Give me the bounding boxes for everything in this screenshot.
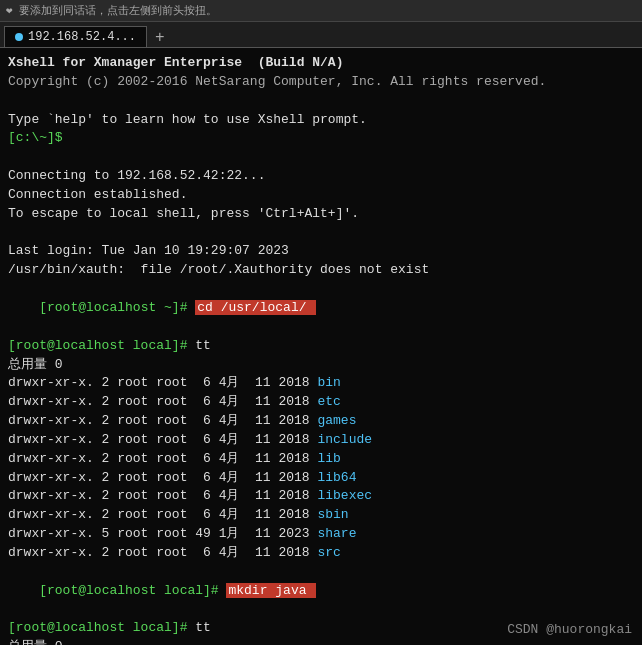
line-cmd-mkdir: [root@localhost local]# mkdir java	[8, 563, 634, 620]
new-tab-button[interactable]: +	[147, 29, 173, 47]
line-xauth: /usr/bin/xauth: file /root/.Xauthority d…	[8, 261, 634, 280]
top-bar: ❤ 要添加到同话话，点击左侧到前头按扭。	[0, 0, 642, 22]
session-tab[interactable]: 192.168.52.4...	[4, 26, 147, 47]
top-bar-hint: ❤ 要添加到同话话，点击左侧到前头按扭。	[6, 3, 636, 18]
line-established: Connection established.	[8, 186, 634, 205]
dir-libexec1: drwxr-xr-x. 2 root root 6 4月 11 2018 lib…	[8, 487, 634, 506]
dir-games1: drwxr-xr-x. 2 root root 6 4月 11 2018 gam…	[8, 412, 634, 431]
line-lastlogin: Last login: Tue Jan 10 19:29:07 2023	[8, 242, 634, 261]
line-blank3	[8, 224, 634, 243]
line-help: Type `help' to learn how to use Xshell p…	[8, 111, 634, 130]
watermark: CSDN @huorongkai	[507, 622, 632, 637]
tab-label: 192.168.52.4...	[28, 30, 136, 44]
dir-bin1: drwxr-xr-x. 2 root root 6 4月 11 2018 bin	[8, 374, 634, 393]
line-blank2	[8, 148, 634, 167]
dir-etc1: drwxr-xr-x. 2 root root 6 4月 11 2018 etc	[8, 393, 634, 412]
line-escape: To escape to local shell, press 'Ctrl+Al…	[8, 205, 634, 224]
dir-src1: drwxr-xr-x. 2 root root 6 4月 11 2018 src	[8, 544, 634, 563]
dir-sbin1: drwxr-xr-x. 2 root root 6 4月 11 2018 sbi…	[8, 506, 634, 525]
tab-dot	[15, 33, 23, 41]
dir-include1: drwxr-xr-x. 2 root root 6 4月 11 2018 inc…	[8, 431, 634, 450]
line-header1: Xshell for Xmanager Enterprise (Build N/…	[8, 54, 634, 73]
line-total2: 总用量 0	[8, 638, 634, 645]
line-blank1	[8, 92, 634, 111]
line-connecting: Connecting to 192.168.52.42:22...	[8, 167, 634, 186]
tab-bar: 192.168.52.4... +	[0, 22, 642, 48]
line-local-prompt: [c:\~]$	[8, 129, 634, 148]
line-header2: Copyright (c) 2002-2016 NetSarang Comput…	[8, 73, 634, 92]
line-cmd-cd: [root@localhost ~]# cd /usr/local/	[8, 280, 634, 337]
dir-lib641: drwxr-xr-x. 2 root root 6 4月 11 2018 lib…	[8, 469, 634, 488]
dir-share1: drwxr-xr-x. 5 root root 49 1月 11 2023 sh…	[8, 525, 634, 544]
line-prompt-ll1: [root@localhost local]# tt	[8, 337, 634, 356]
terminal[interactable]: Xshell for Xmanager Enterprise (Build N/…	[0, 48, 642, 645]
line-total1: 总用量 0	[8, 356, 634, 375]
dir-lib1: drwxr-xr-x. 2 root root 6 4月 11 2018 lib	[8, 450, 634, 469]
